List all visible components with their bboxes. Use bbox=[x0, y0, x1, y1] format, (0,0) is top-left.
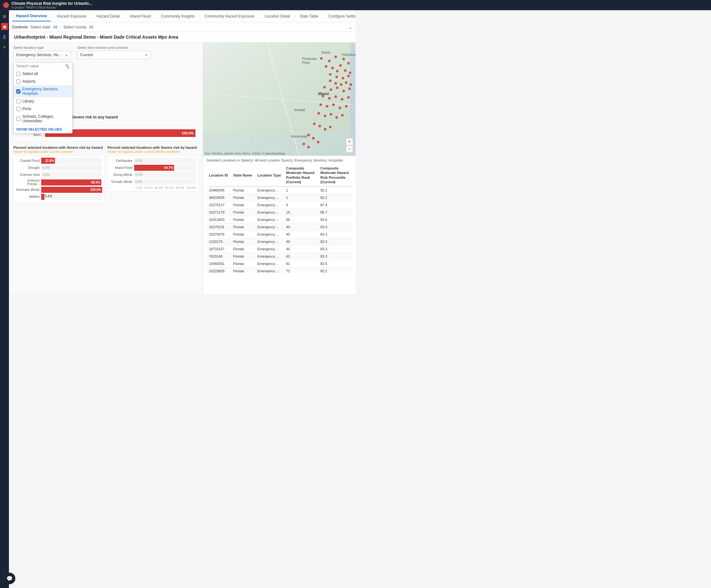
svg-point-42 bbox=[318, 112, 320, 115]
select-state-value[interactable]: All bbox=[53, 25, 57, 29]
table-row[interactable]: 10271179FloridaEmergency ...1486.7 bbox=[206, 209, 352, 216]
controls-bar: Controls Select state All | Select count… bbox=[9, 22, 356, 32]
show-selected-values[interactable]: SHOW SELECTED VALUES bbox=[16, 127, 62, 131]
bar-fill bbox=[41, 194, 44, 200]
table-row[interactable]: 18733157FloridaEmergency ...4083.3 bbox=[206, 246, 352, 253]
svg-point-45 bbox=[336, 116, 338, 119]
table-row[interactable]: 10270117FloridaEmergency ...987.4 bbox=[206, 201, 352, 209]
hazard-left-subtitle: shown for hazards under Current scenario bbox=[14, 150, 104, 154]
col-percentile: Composite Moderate Hazard Risk Percentil… bbox=[318, 164, 352, 186]
tab-configure-settings[interactable]: Configure Settings bbox=[324, 12, 356, 21]
bar-bg: 0.0% bbox=[134, 158, 196, 164]
bar-zero: 0.0% bbox=[135, 180, 143, 184]
tab-separator-6: | bbox=[258, 14, 261, 19]
tab-hazard-overview[interactable]: Hazard Overview bbox=[12, 11, 51, 21]
svg-point-8 bbox=[328, 60, 330, 62]
table-row[interactable]: 10225826FloridaEmergency ...7282.2 bbox=[206, 268, 352, 273]
layers-icon[interactable]: ≡ bbox=[1, 43, 8, 50]
hazard-charts-row: Percent selected locations with Severe r… bbox=[14, 145, 198, 203]
bar-label: Coastal Flood bbox=[16, 159, 41, 162]
tab-data-table[interactable]: Data Table bbox=[296, 12, 322, 21]
table-row[interactable]: 10270131FloridaEmergency ...4083.3 bbox=[206, 223, 352, 231]
bar-drought: Drought 0.0% bbox=[16, 165, 102, 171]
hazard-left-title: Percent selected locations with Severe r… bbox=[14, 145, 104, 150]
dropdown-item-ports[interactable]: Ports bbox=[14, 105, 72, 113]
bar-value: 100.0% bbox=[182, 131, 194, 135]
select-county-value[interactable]: All bbox=[89, 25, 93, 29]
data-table: Location ID State Name Location Type Com… bbox=[206, 164, 352, 273]
svg-point-27 bbox=[323, 86, 326, 88]
bar-fill: 100.0% bbox=[41, 187, 102, 193]
user-icon[interactable]: 👤 bbox=[1, 33, 8, 40]
dropdown-item-label: Schools, Colleges, Universities bbox=[22, 114, 70, 123]
svg-point-44 bbox=[330, 113, 332, 116]
bar-bg: 5.1% bbox=[41, 194, 102, 200]
svg-text:Pines: Pines bbox=[302, 61, 310, 65]
home-icon[interactable]: ⊞ bbox=[1, 13, 8, 20]
collapse-btn[interactable]: ⌄ bbox=[348, 25, 352, 30]
bar-bg: 0.0% bbox=[41, 172, 102, 178]
bar-zero: 0.0% bbox=[42, 173, 50, 177]
location-type-label: Select location type bbox=[14, 46, 71, 49]
right-panel: Davie Pembroke Pines Hollywood Miami Ken… bbox=[203, 42, 356, 294]
tab-community-hazard[interactable]: Community Hazard Exposure bbox=[201, 12, 259, 21]
dropdown-more-btn[interactable]: ⋮ bbox=[65, 64, 70, 70]
svg-point-26 bbox=[349, 83, 352, 86]
tab-separator-5: | bbox=[198, 14, 200, 19]
svg-point-28 bbox=[330, 88, 332, 91]
tab-location-detail[interactable]: Location Detail bbox=[261, 12, 294, 21]
bar-value: 98.5% bbox=[91, 181, 100, 184]
bar-hurricane: Hurricane Winds 100.0% bbox=[16, 187, 102, 193]
time-horizon-select[interactable]: Current ▼ bbox=[77, 51, 151, 59]
svg-point-24 bbox=[340, 83, 342, 86]
table-row[interactable]: 7633146FloridaEmergency ...4083.3 bbox=[206, 253, 352, 260]
dropdown-item-emergency[interactable]: Emergency Services, Hospitals bbox=[14, 85, 72, 97]
col-location-id: Location ID bbox=[206, 164, 231, 186]
bar-earthquake: Earthquake 0.0% bbox=[110, 158, 196, 164]
dropdown-item-label: Airports bbox=[22, 79, 36, 84]
svg-point-36 bbox=[347, 96, 350, 99]
app-logo bbox=[3, 2, 9, 8]
page-title: Urbanfootprint - Miami Regional Demo - M… bbox=[9, 32, 356, 42]
controls-sep1: | bbox=[60, 25, 61, 29]
hazard-right-subtitle: shown for hazards under current climate … bbox=[108, 150, 199, 154]
table-row[interactable]: 10413463FloridaEmergency ...3683.6 bbox=[206, 216, 352, 223]
table-row[interactable]: 10270376FloridaEmergency ...4083.3 bbox=[206, 231, 352, 238]
tab-separator-2: | bbox=[90, 14, 93, 19]
table-row[interactable]: 10468345FloridaEmergency ...192.2 bbox=[206, 186, 352, 194]
bar-bg: 0.0% bbox=[134, 179, 196, 185]
dropdown-item-schools[interactable]: Schools, Colleges, Universities bbox=[14, 113, 72, 125]
dropdown-item-select-all[interactable]: Select all bbox=[14, 70, 72, 77]
location-type-select[interactable]: Emergency Services, Hospitals ▲ bbox=[14, 51, 71, 59]
col-state-name: State Name bbox=[231, 164, 255, 186]
dropdown-item-label: Emergency Services, Hospitals bbox=[22, 87, 70, 96]
svg-point-39 bbox=[332, 104, 335, 106]
bar-inland-flood: Inland Flood 64.7% bbox=[110, 165, 196, 171]
bar-zero: 0.0% bbox=[135, 173, 143, 177]
map-icon[interactable]: ◉ bbox=[1, 23, 8, 30]
tab-hazard-exposure[interactable]: Hazard Exposure bbox=[53, 12, 90, 21]
table-row[interactable]: 10468351FloridaEmergency ...6282.5 bbox=[206, 260, 352, 268]
svg-point-49 bbox=[324, 128, 326, 131]
bar-bg: 98.5% bbox=[41, 179, 102, 185]
tab-community-insights[interactable]: Community Insights bbox=[157, 12, 198, 21]
svg-text:Miami: Miami bbox=[318, 92, 329, 96]
bar-bg: 100.0% bbox=[41, 187, 102, 193]
svg-point-11 bbox=[347, 62, 350, 65]
map-zoom-out[interactable]: − bbox=[346, 145, 353, 153]
tab-hazard-detail[interactable]: Hazard Detail bbox=[93, 12, 124, 21]
tab-inland-flood[interactable]: Inland Flood bbox=[126, 12, 155, 21]
tab-separator-1: | bbox=[51, 14, 53, 19]
svg-point-14 bbox=[325, 65, 327, 68]
table-row[interactable]: 36633034FloridaEmergency ...192.2 bbox=[206, 194, 352, 201]
svg-point-29 bbox=[336, 87, 339, 89]
svg-point-22 bbox=[329, 80, 331, 82]
table-row[interactable]: 1333176FloridaEmergency ...4083.3 bbox=[206, 238, 352, 246]
table-scroll[interactable]: Location ID State Name Location Type Com… bbox=[206, 164, 352, 273]
dropdown-item-airports[interactable]: Airports bbox=[14, 77, 72, 85]
map-zoom-in[interactable]: + bbox=[346, 138, 353, 145]
dropdown-search-input[interactable] bbox=[16, 64, 64, 68]
svg-text:Kendall: Kendall bbox=[294, 108, 305, 112]
dropdown-item-library[interactable]: Library bbox=[14, 97, 72, 105]
svg-point-7 bbox=[320, 57, 323, 60]
